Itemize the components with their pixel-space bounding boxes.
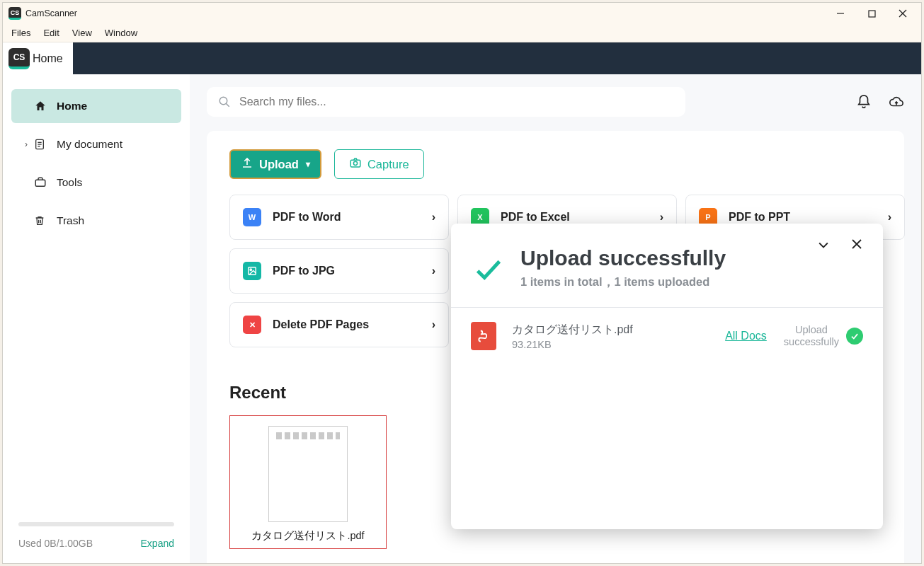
menu-files[interactable]: Files: [6, 26, 36, 40]
menu-window[interactable]: Window: [99, 26, 143, 40]
dialog-title: Upload successfully: [520, 246, 726, 270]
tool-label: PDF to JPG: [273, 265, 335, 277]
collapse-button[interactable]: [816, 238, 831, 255]
tool-label: Delete PDF Pages: [273, 318, 369, 331]
menubar: Files Edit View Window: [3, 24, 921, 42]
chevron-right-icon: ›: [660, 211, 663, 224]
check-icon: [850, 331, 860, 341]
home-icon: [34, 100, 50, 112]
tool-pdf-to-word[interactable]: W PDF to Word ›: [229, 195, 449, 240]
minimize-button[interactable]: [825, 4, 856, 23]
upload-label: Upload: [259, 158, 299, 171]
svg-line-12: [226, 103, 229, 107]
sidebar-item-home[interactable]: Home: [11, 89, 181, 123]
svg-rect-8: [35, 180, 45, 186]
search-box[interactable]: [207, 87, 685, 117]
maximize-button[interactable]: [856, 4, 887, 23]
search-icon: [218, 96, 231, 108]
recent-title: Recent: [229, 383, 286, 403]
close-icon: [850, 238, 863, 250]
app-icon: CS: [8, 7, 21, 20]
check-icon: [472, 253, 508, 289]
tool-label: PDF to PPT: [729, 211, 790, 224]
tool-label: PDF to Word: [273, 211, 341, 224]
all-docs-link[interactable]: All Docs: [725, 330, 767, 342]
upload-status: Upload successfully: [784, 324, 839, 349]
svg-point-16: [250, 269, 251, 270]
sidebar-item-trash[interactable]: Trash: [11, 204, 181, 238]
menu-edit[interactable]: Edit: [38, 26, 64, 40]
recent-item[interactable]: カタログ送付リスト.pdf: [229, 415, 387, 549]
document-icon: [34, 138, 50, 151]
storage-used: Used 0B/1.00GB: [18, 538, 93, 549]
sidebar-home-label: Home: [57, 100, 87, 112]
camera-icon: [349, 156, 362, 172]
chevron-right-icon: ›: [432, 265, 435, 277]
window-title: CamScanner: [25, 8, 77, 18]
sidebar-item-tools[interactable]: Tools: [11, 166, 181, 200]
chevron-right-icon: ›: [888, 211, 891, 224]
search-input[interactable]: [239, 96, 674, 108]
close-button[interactable]: [887, 4, 918, 23]
cloud-sync-button[interactable]: [889, 94, 904, 110]
recent-file-name: カタログ送付リスト.pdf: [240, 529, 376, 543]
tool-label: PDF to Excel: [501, 211, 570, 224]
success-badge: [846, 328, 863, 345]
upload-file-name: カタログ送付リスト.pdf: [512, 323, 725, 337]
tool-delete-pdf-pages[interactable]: ✕ Delete PDF Pages ›: [229, 302, 449, 347]
word-icon: W: [243, 208, 261, 226]
file-thumbnail: [268, 426, 348, 522]
tools-icon: [34, 176, 50, 189]
home-tab-logo: CS: [8, 48, 30, 69]
chevron-right-icon: ›: [432, 318, 435, 331]
svg-rect-15: [249, 267, 256, 275]
chevron-right-icon: ›: [432, 211, 435, 224]
capture-label: Capture: [367, 158, 409, 171]
maximize-icon: [868, 10, 876, 18]
upload-file-size: 93.21KB: [512, 339, 725, 350]
storage-section: Used 0B/1.00GB Expand: [3, 522, 190, 563]
notification-button[interactable]: [856, 94, 872, 110]
titlebar: CS CamScanner: [3, 3, 921, 24]
storage-bar: [18, 522, 174, 526]
minimize-icon: [836, 9, 845, 18]
cloud-icon: [889, 94, 904, 110]
chevron-down-icon: [816, 238, 831, 252]
sidebar-my-document-label: My document: [57, 138, 122, 151]
close-dialog-button[interactable]: [850, 238, 863, 255]
menu-view[interactable]: View: [67, 26, 98, 40]
home-tab[interactable]: CS Home: [3, 42, 73, 74]
close-icon: [899, 9, 907, 18]
svg-point-11: [219, 97, 227, 105]
image-icon: [243, 262, 261, 280]
pdf-icon: [471, 322, 496, 350]
storage-expand[interactable]: Expand: [141, 538, 174, 549]
sidebar-trash-label: Trash: [57, 214, 84, 227]
tool-pdf-to-jpg[interactable]: PDF to JPG ›: [229, 248, 449, 294]
upload-file-row: カタログ送付リスト.pdf 93.21KB All Docs Upload su…: [471, 308, 863, 364]
sidebar: Home › My document Tools Trash: [3, 74, 190, 563]
chevron-down-icon: ▾: [306, 159, 310, 169]
svg-rect-1: [869, 11, 875, 17]
delete-icon: ✕: [243, 316, 261, 334]
sidebar-item-my-document[interactable]: › My document: [11, 127, 181, 161]
home-tab-label: Home: [33, 52, 63, 65]
trash-icon: [34, 214, 50, 227]
upload-dialog: Upload successfully 1 items in total，1 i…: [451, 224, 883, 529]
upload-button[interactable]: Upload ▾: [229, 149, 321, 179]
dialog-subtitle: 1 items in total，1 items uploaded: [520, 275, 726, 290]
svg-point-14: [353, 161, 357, 165]
sidebar-tools-label: Tools: [57, 176, 82, 189]
capture-button[interactable]: Capture: [334, 149, 424, 179]
topbar: CS Home: [3, 42, 921, 74]
chevron-right-icon: ›: [20, 139, 33, 149]
bell-icon: [856, 94, 872, 110]
upload-icon: [241, 156, 253, 172]
